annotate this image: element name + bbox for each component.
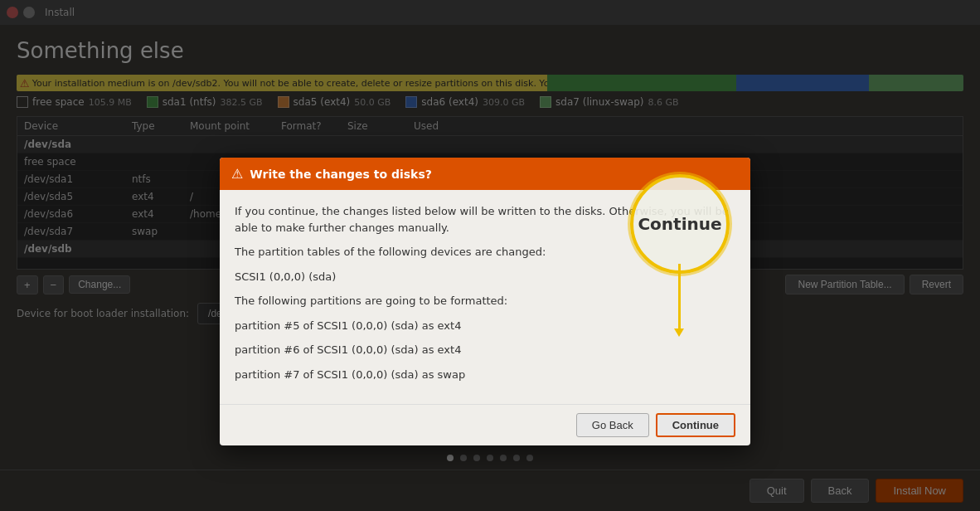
modal-section2-title: The following partitions are going to be… <box>235 293 735 309</box>
modal-section1-content: SCSI1 (0,0,0) (sda) <box>235 269 735 285</box>
modal-title: Write the changes to disks? <box>250 168 432 181</box>
modal-warning-icon: ⚠ <box>231 166 243 182</box>
continue-button[interactable]: Continue <box>656 413 735 437</box>
continue-arrow <box>678 264 681 330</box>
continue-highlight-circle: Continue <box>630 174 730 274</box>
modal-section2-line1: partition #5 of SCSI1 (0,0,0) (sda) as e… <box>235 318 735 334</box>
go-back-button[interactable]: Go Back <box>576 413 649 437</box>
modal-section2-line2: partition #6 of SCSI1 (0,0,0) (sda) as e… <box>235 342 735 358</box>
continue-highlight-label: Continue <box>638 214 721 234</box>
modal-section2-line3: partition #7 of SCSI1 (0,0,0) (sda) as s… <box>235 367 735 383</box>
modal-footer: Go Back Continue <box>220 404 750 445</box>
